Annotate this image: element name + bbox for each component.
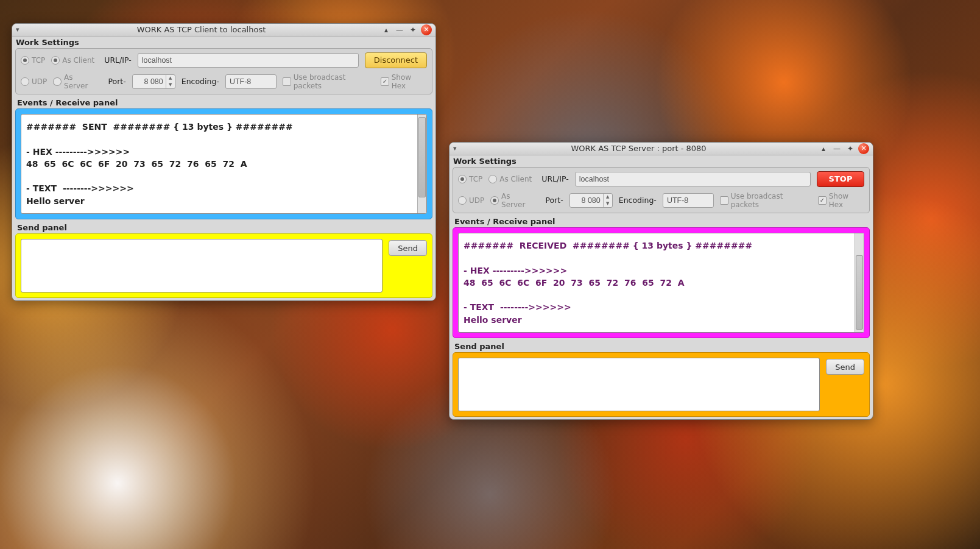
radio-udp[interactable]: UDP <box>21 77 47 86</box>
close-icon[interactable]: ✕ <box>858 143 869 154</box>
window-title: WORK AS TCP Client to localhost <box>24 25 378 34</box>
radio-as-server-label: As Server <box>501 192 535 209</box>
send-input[interactable] <box>458 358 820 411</box>
window-menu-icon[interactable]: ▾ <box>453 144 462 152</box>
show-hex-label: Show Hex <box>392 73 427 90</box>
work-settings-label: Work Settings <box>449 155 873 167</box>
stop-button[interactable]: STOP <box>817 171 864 187</box>
receive-scrollbar[interactable] <box>855 233 864 332</box>
send-panel-label: Send panel <box>17 222 71 233</box>
broadcast-checkbox[interactable]: Use broadcast packets <box>720 192 812 209</box>
work-settings-label: Work Settings <box>12 37 435 48</box>
roll-up-icon[interactable]: ▴ <box>381 24 392 35</box>
url-ip-label: URL/IP- <box>104 55 131 65</box>
send-button[interactable]: Send <box>826 359 864 375</box>
send-panel: Send <box>15 233 432 298</box>
radio-tcp-label: TCP <box>32 56 45 65</box>
port-label: Port- <box>545 196 563 205</box>
maximize-icon[interactable]: ✦ <box>407 24 418 35</box>
url-ip-input[interactable] <box>575 172 811 186</box>
receive-log[interactable]: ####### RECEIVED ######## { 13 bytes } #… <box>459 233 855 332</box>
send-button[interactable]: Send <box>389 240 427 256</box>
receive-panel-label: Events / Receive panel <box>454 216 559 227</box>
window-title: WORK AS TCP Server : port - 8080 <box>462 144 816 153</box>
receive-panel: ####### RECEIVED ######## { 13 bytes } #… <box>453 227 870 338</box>
radio-udp[interactable]: UDP <box>458 196 484 205</box>
chevron-down-icon[interactable]: ▼ <box>166 82 175 88</box>
encoding-input[interactable] <box>663 193 714 208</box>
maximize-icon[interactable]: ✦ <box>845 143 856 154</box>
titlebar[interactable]: ▾ WORK AS TCP Client to localhost ▴ — ✦ … <box>12 24 435 37</box>
titlebar[interactable]: ▾ WORK AS TCP Server : port - 8080 ▴ — ✦… <box>449 143 873 155</box>
radio-as-server-label: As Server <box>64 73 98 90</box>
port-stepper[interactable]: ▲▼ <box>132 74 175 89</box>
chevron-up-icon[interactable]: ▲ <box>604 194 612 200</box>
show-hex-label: Show Hex <box>829 192 864 209</box>
window-menu-icon[interactable]: ▾ <box>16 26 24 34</box>
show-hex-checkbox[interactable]: ✓Show Hex <box>381 73 427 90</box>
chevron-down-icon[interactable]: ▼ <box>604 200 612 207</box>
send-panel-label: Send panel <box>454 341 508 352</box>
minimize-icon[interactable]: — <box>394 24 405 35</box>
receive-log[interactable]: ####### SENT ######## { 13 bytes } #####… <box>21 115 417 213</box>
radio-as-server[interactable]: As Server <box>490 192 535 209</box>
client-window: ▾ WORK AS TCP Client to localhost ▴ — ✦ … <box>12 23 436 301</box>
port-stepper[interactable]: ▲▼ <box>569 193 613 208</box>
radio-as-client-label: As Client <box>499 175 532 183</box>
encoding-label: Encoding- <box>182 77 219 86</box>
show-hex-checkbox[interactable]: ✓Show Hex <box>818 192 864 209</box>
broadcast-label: Use broadcast packets <box>731 192 812 209</box>
encoding-label: Encoding- <box>619 196 657 205</box>
radio-udp-label: UDP <box>469 196 484 205</box>
encoding-input[interactable] <box>225 74 277 89</box>
server-window: ▾ WORK AS TCP Server : port - 8080 ▴ — ✦… <box>449 142 873 420</box>
send-panel: Send <box>453 352 870 417</box>
chevron-up-icon[interactable]: ▲ <box>166 75 175 82</box>
minimize-icon[interactable]: — <box>831 143 842 154</box>
work-settings-panel: TCP As Client URL/IP- Disconnect UDP As … <box>15 48 432 94</box>
port-input[interactable] <box>133 75 166 88</box>
radio-as-client[interactable]: As Client <box>51 56 94 65</box>
receive-panel: ####### SENT ######## { 13 bytes } #####… <box>15 108 432 219</box>
work-settings-panel: TCP As Client URL/IP- STOP UDP As Server… <box>453 167 870 213</box>
url-ip-input[interactable] <box>138 53 359 68</box>
send-input[interactable] <box>21 239 382 292</box>
roll-up-icon[interactable]: ▴ <box>818 143 829 154</box>
close-icon[interactable]: ✕ <box>421 24 432 35</box>
radio-tcp-label: TCP <box>469 175 482 183</box>
radio-udp-label: UDP <box>32 77 47 86</box>
receive-scrollbar[interactable] <box>417 115 426 213</box>
disconnect-button[interactable]: Disconnect <box>365 52 427 68</box>
radio-tcp[interactable]: TCP <box>21 56 45 65</box>
port-label: Port- <box>108 77 125 86</box>
receive-panel-label: Events / Receive panel <box>17 97 121 108</box>
radio-tcp[interactable]: TCP <box>458 175 482 183</box>
broadcast-checkbox[interactable]: Use broadcast packets <box>283 73 375 90</box>
radio-as-client-label: As Client <box>62 56 94 65</box>
port-input[interactable] <box>570 194 603 207</box>
url-ip-label: URL/IP- <box>541 174 568 183</box>
radio-as-client[interactable]: As Client <box>488 175 532 183</box>
radio-as-server[interactable]: As Server <box>53 73 98 90</box>
broadcast-label: Use broadcast packets <box>294 73 375 90</box>
